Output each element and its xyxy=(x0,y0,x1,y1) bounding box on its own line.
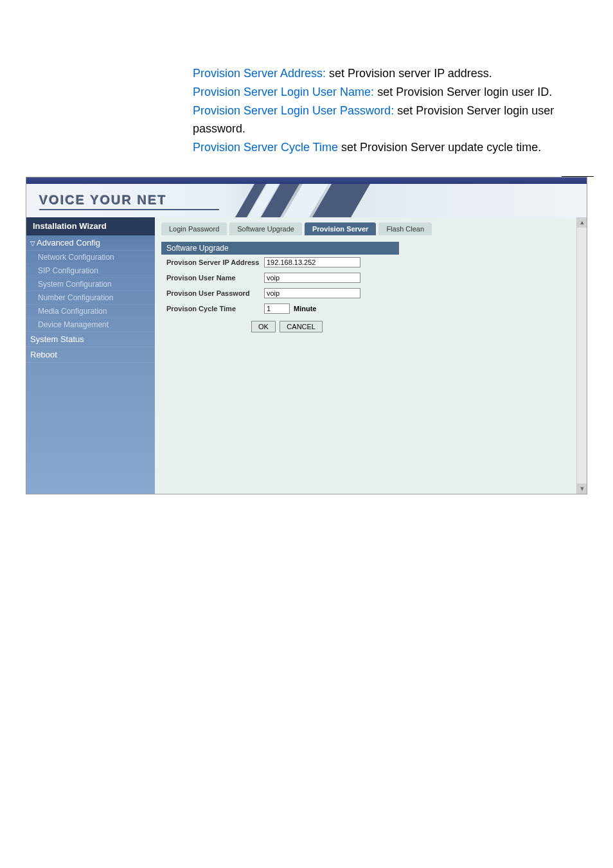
scroll-down-icon[interactable]: ▼ xyxy=(577,484,587,494)
text-provision-user: set Provision Server login user ID. xyxy=(374,86,552,98)
tab-software-upgrade[interactable]: Software Upgrade xyxy=(229,222,302,235)
sidebar-item-sip[interactable]: SIP Configuration xyxy=(26,264,155,278)
sidebar-item-media[interactable]: Media Configuration xyxy=(26,305,155,318)
sidebar-item-installation[interactable]: Installation Wizard xyxy=(26,217,155,235)
label-provision-cycle: Provision Server Cycle Time xyxy=(193,141,338,154)
label-cycle-time: Provison Cycle Time xyxy=(161,305,264,312)
document-description: Provision Server Address: set Provision … xyxy=(0,0,613,176)
label-user-password: Provison User Password xyxy=(161,289,264,297)
label-server-ip: Provison Server IP Address xyxy=(161,258,264,266)
text-provision-address: set Provision server IP address. xyxy=(326,67,492,80)
sidebar: Installation Wizard ▽Advanced Config Net… xyxy=(26,217,155,494)
sidebar-item-device[interactable]: Device Management xyxy=(26,318,155,332)
sidebar-item-system[interactable]: System Configuration xyxy=(26,278,155,291)
input-user-password[interactable] xyxy=(264,288,360,298)
sidebar-label-advanced: Advanced Config xyxy=(37,238,100,248)
input-user-name[interactable] xyxy=(264,273,360,283)
label-user-name: Provison User Name xyxy=(161,274,264,282)
content: Installation Wizard ▽Advanced Config Net… xyxy=(26,217,587,494)
banner: VOICE YOUR NET xyxy=(26,184,587,217)
cancel-button[interactable]: CANCEL xyxy=(280,321,323,332)
triangle-down-icon: ▽ xyxy=(30,240,35,247)
panel-header: Software Upgrade xyxy=(161,242,399,255)
text-provision-cycle: set Provision Server update cycle time. xyxy=(338,141,541,154)
row-server-ip: Provison Server IP Address xyxy=(161,255,580,270)
sidebar-section-advanced[interactable]: ▽Advanced Config xyxy=(26,235,155,251)
scrollbar[interactable]: ▲ ▼ xyxy=(576,217,587,494)
input-server-ip[interactable] xyxy=(264,257,360,267)
sidebar-item-network[interactable]: Network Configuration xyxy=(26,251,155,264)
tab-flash-clean[interactable]: Flash Clean xyxy=(378,222,432,235)
tabs: Login Password Software Upgrade Provisio… xyxy=(161,222,580,235)
tab-login-password[interactable]: Login Password xyxy=(161,222,227,235)
tab-provision-server[interactable]: Provision Server xyxy=(305,222,376,235)
main-panel: Login Password Software Upgrade Provisio… xyxy=(155,217,587,494)
window-topbar xyxy=(26,177,587,184)
banner-underline xyxy=(39,209,219,210)
sidebar-item-number[interactable]: Number Configuration xyxy=(26,291,155,305)
row-user-name: Provison User Name xyxy=(161,270,580,285)
row-user-password: Provison User Password xyxy=(161,285,580,301)
label-provision-address: Provision Server Address: xyxy=(193,67,326,80)
sidebar-item-reboot[interactable]: Reboot xyxy=(26,347,155,363)
button-row: OK CANCEL xyxy=(161,316,580,336)
sidebar-item-status[interactable]: System Status xyxy=(26,332,155,347)
app-window: VOICE YOUR NET Installation Wizard ▽Adva… xyxy=(26,177,587,494)
row-cycle-time: Provison Cycle Time Minute xyxy=(161,301,580,316)
label-provision-user: Provision Server Login User Name: xyxy=(193,86,374,98)
label-provision-password: Provision Server Login User Password: xyxy=(193,104,394,117)
input-cycle-time[interactable] xyxy=(264,303,290,314)
unit-minute: Minute xyxy=(294,305,316,312)
ok-button[interactable]: OK xyxy=(251,321,276,332)
scroll-up-icon[interactable]: ▲ xyxy=(577,217,587,228)
